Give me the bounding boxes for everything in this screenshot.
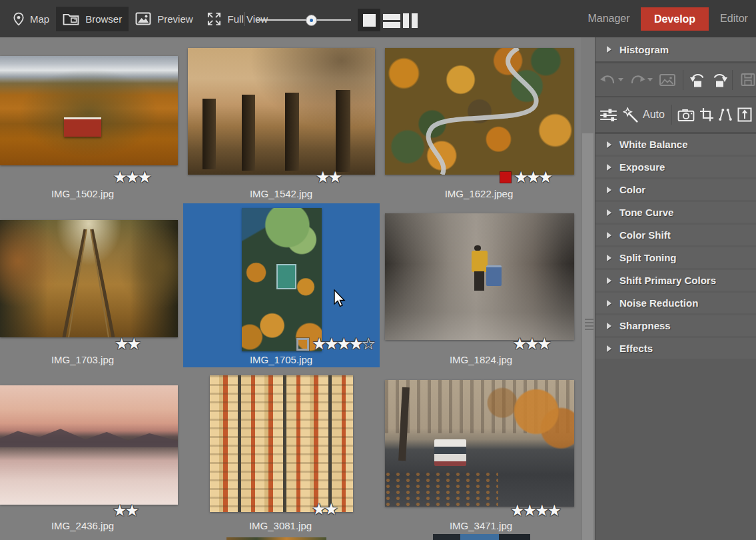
panel-section-color-shift[interactable]: Color Shift (595, 225, 756, 245)
chevron-right-icon (607, 187, 611, 193)
grid-scrollbar[interactable] (581, 37, 595, 540)
thumbnail-img-2436[interactable] (0, 385, 178, 505)
panel-section-shift-primary-colors[interactable]: Shift Primary Colors (595, 270, 756, 291)
browser-button[interactable]: Browser (56, 7, 129, 31)
rating-stars[interactable]: ★★★ (512, 335, 551, 353)
rating-stars[interactable]: ★★★★☆ (296, 335, 375, 353)
panel-section-color[interactable]: Color (595, 179, 756, 200)
photo-filename: IMG_3081.jpg (187, 520, 374, 532)
app-window: Map Browser Preview Full View (0, 0, 756, 540)
star-filled-icon[interactable]: ★ (316, 169, 328, 185)
toolbar-divider (244, 12, 245, 26)
thumbnail-img-3471[interactable] (385, 380, 574, 507)
rating-stars[interactable]: ★★ (316, 169, 342, 186)
section-label: Split Toning (619, 252, 677, 263)
star-filled-icon[interactable]: ★ (328, 169, 340, 185)
color-label-red[interactable] (500, 172, 511, 183)
preview-button[interactable]: Preview (129, 6, 199, 31)
rotate-left-icon[interactable] (689, 73, 707, 87)
thumbnail-img-1703[interactable] (0, 220, 178, 337)
full-view-button[interactable]: Full View (200, 5, 275, 33)
tab-manager[interactable]: Manager (582, 0, 635, 37)
thumbnail-img-1502[interactable] (0, 56, 178, 165)
undo-icon[interactable] (600, 74, 616, 85)
star-filled-icon[interactable]: ★ (125, 503, 137, 519)
star-filled-icon[interactable]: ★ (113, 169, 125, 185)
tab-editor[interactable]: Editor (713, 0, 755, 37)
rating-stars[interactable]: ★★ (115, 335, 141, 353)
grid-scrollbar-thumb[interactable] (582, 133, 593, 540)
tab-develop[interactable]: Develop (641, 7, 709, 31)
browser-button-label: Browser (85, 13, 122, 25)
star-filled-icon[interactable]: ★ (349, 336, 362, 352)
undo-options-caret-icon[interactable] (618, 78, 623, 81)
panel-section-white-balance[interactable]: White Balance (595, 134, 756, 155)
star-filled-icon[interactable]: ★ (312, 501, 324, 517)
export-icon[interactable] (737, 107, 752, 122)
thumbnail-img-1824[interactable] (385, 213, 574, 340)
star-filled-icon[interactable]: ★ (514, 169, 526, 185)
adjustments-icon[interactable] (599, 109, 618, 121)
star-filled-icon[interactable]: ★ (522, 503, 535, 519)
rating-stars[interactable]: ★★★ (500, 169, 552, 186)
layout-single-button[interactable] (358, 9, 380, 31)
star-filled-icon[interactable]: ★ (525, 336, 538, 352)
thumbnail-img-3081[interactable] (210, 375, 353, 512)
thumbnail-size-slider-thumb[interactable] (306, 15, 317, 26)
layout-split-vertical-button[interactable] (403, 13, 418, 28)
thumbnail-size-slider-track[interactable] (256, 19, 351, 21)
star-filled-icon[interactable]: ★ (547, 503, 560, 519)
camera-raw-icon[interactable] (677, 109, 695, 121)
section-label: Color (619, 184, 645, 195)
star-filled-icon[interactable]: ★ (510, 503, 523, 519)
star-filled-icon[interactable]: ★ (537, 336, 550, 352)
star-filled-icon[interactable]: ★ (115, 336, 127, 352)
star-filled-icon[interactable]: ★ (125, 169, 138, 185)
color-label-placeholder[interactable] (296, 338, 309, 351)
histogram-header[interactable]: Histogram (595, 37, 756, 63)
partial-thumbnail[interactable] (433, 534, 530, 540)
panel-section-effects[interactable]: Effects (595, 338, 756, 359)
toolbar-divider (732, 70, 733, 90)
map-button[interactable]: Map (7, 6, 56, 32)
auto-button[interactable]: Auto (643, 109, 665, 121)
show-original-icon[interactable] (659, 74, 675, 86)
auto-enhance-wand-icon[interactable] (623, 107, 639, 123)
redo-icon[interactable] (629, 74, 645, 85)
partial-thumbnail[interactable] (226, 537, 326, 540)
thumbnail-img-1542[interactable] (188, 48, 375, 175)
chevron-right-icon (607, 277, 611, 284)
thumbnail-img-1705[interactable] (242, 208, 322, 351)
star-filled-icon[interactable]: ★ (127, 336, 139, 352)
layout-split-horizontal-button[interactable] (383, 14, 400, 28)
straighten-icon[interactable] (718, 108, 733, 121)
rating-stars[interactable]: ★★★★ (510, 502, 561, 519)
star-filled-icon[interactable]: ★ (535, 503, 548, 519)
star-filled-icon[interactable]: ★ (336, 336, 349, 352)
crop-icon[interactable] (699, 107, 714, 122)
star-filled-icon[interactable]: ★ (512, 336, 525, 352)
panel-section-sharpness[interactable]: Sharpness (595, 315, 756, 336)
rotate-right-icon[interactable] (711, 73, 728, 87)
photo-filename: IMG_3471.jpg (388, 520, 574, 532)
image-preview-icon (135, 12, 151, 25)
star-filled-icon[interactable]: ★ (113, 503, 125, 519)
star-filled-icon[interactable]: ★ (538, 169, 551, 185)
panel-section-tone-curve[interactable]: Tone Curve (595, 202, 756, 223)
rating-stars[interactable]: ★★ (312, 501, 338, 518)
panel-section-exposure[interactable]: Exposure (595, 157, 756, 177)
thumbnail-img-1622[interactable] (385, 48, 574, 175)
star-filled-icon[interactable]: ★ (324, 501, 336, 517)
redo-options-caret-icon[interactable] (647, 78, 653, 81)
star-filled-icon[interactable]: ★ (137, 169, 150, 185)
panel-section-noise-reduction[interactable]: Noise Reduction (595, 293, 756, 313)
panel-section-split-toning[interactable]: Split Toning (595, 247, 756, 268)
rating-stars[interactable]: ★★ (113, 502, 139, 519)
rating-stars[interactable]: ★★★ (113, 169, 151, 186)
star-filled-icon[interactable]: ★ (526, 169, 539, 185)
star-filled-icon[interactable]: ★ (324, 336, 337, 352)
star-filled-icon[interactable]: ★ (312, 336, 324, 352)
section-label: Sharpness (619, 320, 671, 331)
save-icon[interactable] (741, 73, 755, 86)
star-empty-icon[interactable]: ☆ (361, 336, 374, 352)
